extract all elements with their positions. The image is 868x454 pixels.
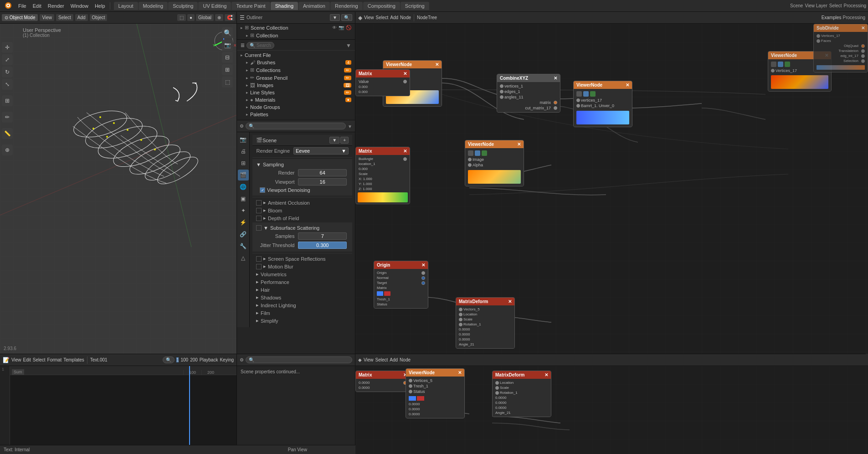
- section-linestyles[interactable]: ▸ Line Styles ✏: [237, 89, 355, 96]
- te-end[interactable]: 200: [190, 357, 198, 362]
- md-s4[interactable]: [459, 323, 462, 326]
- node-top-far[interactable]: SubDivide ✕ Vertices_17 Faces ObjQuad: [813, 24, 868, 72]
- camera-view[interactable]: 📷: [222, 40, 233, 51]
- nv3-icon1[interactable]: [576, 91, 582, 97]
- tool-cursor[interactable]: ✛: [2, 42, 13, 53]
- ne-bottom-select[interactable]: Select: [375, 357, 388, 362]
- film-section[interactable]: ▸ Film: [252, 309, 352, 317]
- md-s3[interactable]: [459, 318, 462, 321]
- tab-modeling[interactable]: Modeling: [139, 2, 168, 10]
- node-node-btn[interactable]: Node: [400, 15, 411, 20]
- tab-uv-editing[interactable]: UV Editing: [198, 2, 231, 10]
- nbr1-s1[interactable]: [495, 381, 499, 385]
- bloom-checkbox[interactable]: [256, 208, 262, 213]
- node-matrix-2[interactable]: Matrix ✕ BuiAngle location_1 0.000: [355, 147, 410, 204]
- viewport-object-btn[interactable]: Object: [90, 14, 108, 21]
- ne-examples[interactable]: Examples: [822, 15, 842, 20]
- transform-pivot[interactable]: ⊕: [215, 14, 223, 21]
- section-grease[interactable]: ▸ ✏ Grease Pencil ✏: [237, 74, 355, 82]
- shadows-section[interactable]: ▸ Shadows: [252, 294, 352, 301]
- data-search[interactable]: 🔍 Search: [247, 42, 274, 49]
- cxyz-s4[interactable]: [554, 101, 557, 104]
- props-filter[interactable]: ▼: [348, 124, 352, 129]
- te-search[interactable]: 🔍: [163, 356, 175, 363]
- camera-icon[interactable]: 📷: [339, 25, 344, 30]
- te-view-btn[interactable]: View: [11, 357, 21, 362]
- tab-compositing[interactable]: Compositing: [363, 2, 400, 10]
- prop-particles-tab[interactable]: ✦: [238, 205, 249, 216]
- viewport-select-btn[interactable]: Select: [56, 14, 73, 21]
- prop-object-tab[interactable]: ▣: [238, 193, 249, 204]
- te-edit-btn[interactable]: Edit: [23, 357, 31, 362]
- tool-move[interactable]: ⤢: [2, 54, 13, 65]
- sss-checkbox[interactable]: [256, 225, 262, 231]
- menu-blender[interactable]: [2, 1, 15, 11]
- front-view[interactable]: ⊟: [222, 52, 233, 63]
- nm2-s1[interactable]: [403, 157, 407, 161]
- ntf-s4[interactable]: [861, 49, 865, 53]
- md-s2[interactable]: [459, 313, 462, 316]
- nv3-icon2[interactable]: [583, 91, 589, 97]
- menu-render[interactable]: Render: [45, 2, 67, 10]
- te-keying[interactable]: Keying: [220, 357, 234, 362]
- tab-scripting[interactable]: Scripting: [401, 2, 429, 10]
- side-view[interactable]: ⊞: [222, 64, 233, 75]
- performance-section[interactable]: ▸ Performance: [252, 278, 352, 286]
- filter-btn[interactable]: ▼: [346, 42, 351, 49]
- section-current-file[interactable]: ▸ Current File: [237, 52, 355, 59]
- motion-blur-section[interactable]: ▸ Motion Blur: [252, 263, 352, 270]
- ntf-s6[interactable]: [861, 59, 865, 63]
- node-matrix-1[interactable]: Matrix ✕ Value 0.000 0.000: [355, 69, 410, 96]
- cxyz-s3[interactable]: [500, 95, 503, 99]
- ntf-s1[interactable]: [817, 34, 820, 38]
- simplify-section[interactable]: ▸ Simplify: [252, 317, 352, 325]
- viewport-add-btn[interactable]: Add: [75, 14, 88, 21]
- sampling-header[interactable]: ▼ Sampling: [256, 161, 349, 168]
- zoom-in[interactable]: 🔍: [222, 27, 233, 38]
- tab-sculpting[interactable]: Sculpting: [168, 2, 198, 10]
- viewport-mode-btn[interactable]: ⊙ Object Mode: [2, 14, 38, 21]
- timeline-playhead[interactable]: [189, 366, 190, 454]
- top-view[interactable]: ⬚: [222, 77, 233, 88]
- section-brushes[interactable]: ▸ 🖌 Brushes 4: [237, 59, 355, 66]
- prop-world-tab[interactable]: 🌐: [238, 181, 249, 192]
- node-viewer-3[interactable]: ViewerNode ✕ vertices_17 Bam: [573, 81, 632, 127]
- te-playback[interactable]: Playback: [200, 357, 218, 362]
- nfr1-icon2[interactable]: [778, 62, 783, 67]
- nm1-s1[interactable]: [403, 80, 407, 83]
- node-close-matrix-1[interactable]: ✕: [403, 71, 407, 76]
- node-bc-1[interactable]: ViewerNode ✕ Vertices_5 Tresh_1 Status: [406, 368, 465, 418]
- nv3-s2[interactable]: [576, 104, 580, 108]
- nv2-icon3[interactable]: [482, 150, 487, 156]
- menu-window[interactable]: Window: [68, 2, 91, 10]
- ssr-section[interactable]: ▸ Screen Space Reflections: [252, 255, 352, 263]
- cxyz-s1[interactable]: [500, 84, 503, 88]
- ne-bottom-add[interactable]: Add: [390, 357, 398, 362]
- section-collections[interactable]: ▸ ⊞ Collections ✏: [237, 66, 355, 74]
- node-editor[interactable]: ◆ View Select Add Node NodeTree Examples…: [355, 12, 868, 354]
- mb-checkbox[interactable]: [256, 264, 262, 269]
- te-frame-input[interactable]: 1: [176, 357, 179, 362]
- node-select-btn[interactable]: Select: [376, 15, 389, 20]
- nv3-icon3[interactable]: [590, 91, 596, 97]
- nv2-icon2[interactable]: [475, 150, 480, 156]
- ssr-checkbox[interactable]: [256, 256, 262, 262]
- section-images[interactable]: ▸ 🖼 Images 🖼: [237, 82, 355, 89]
- te-templates-btn[interactable]: Templates: [63, 357, 84, 362]
- md-s1[interactable]: [459, 308, 462, 311]
- nbc1-s3[interactable]: [409, 390, 412, 393]
- prop-data-tab[interactable]: △: [238, 253, 249, 263]
- dof-section[interactable]: ▸ Depth of Field: [252, 214, 352, 222]
- ne-bottom-view[interactable]: View: [364, 357, 374, 362]
- tool-scale[interactable]: ⤡: [2, 79, 13, 90]
- node-view-btn[interactable]: View: [364, 15, 374, 20]
- render-value[interactable]: 64: [298, 169, 347, 176]
- tab-rendering[interactable]: Rendering: [330, 2, 363, 10]
- dof-checkbox[interactable]: [256, 216, 262, 221]
- eye-icon[interactable]: 👁: [332, 25, 337, 30]
- menu-file[interactable]: File: [15, 2, 29, 10]
- outliner-collection[interactable]: ▸ ⊞ Collection: [237, 31, 355, 39]
- global-transform[interactable]: Global: [196, 14, 214, 21]
- nv2-s2[interactable]: [468, 163, 472, 167]
- prop-scene-tab[interactable]: 🎬: [238, 170, 249, 181]
